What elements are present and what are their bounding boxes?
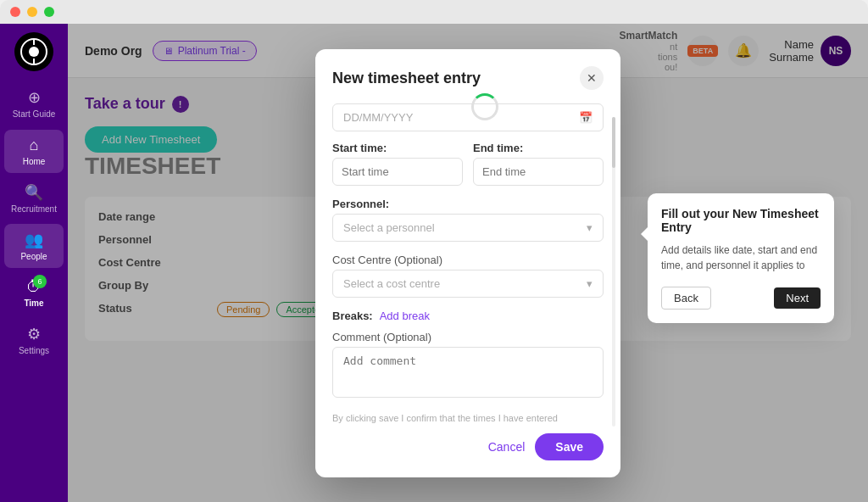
- breaks-row: Breaks: Add break: [332, 310, 604, 322]
- time-badge-count: 6: [33, 275, 47, 288]
- time-row: Start time: document.querySelector('[dat…: [332, 142, 604, 186]
- new-timesheet-modal: New timesheet entry ✕ DD/MM/YYYY 📅 Start…: [315, 49, 620, 477]
- people-icon: 👥: [25, 231, 43, 249]
- tooltip-card: Fill out your New Timesheet Entry Add de…: [648, 193, 834, 323]
- maximize-traffic-light[interactable]: [44, 7, 54, 17]
- tooltip-body: Add details like date, start and end tim…: [661, 243, 821, 273]
- progress-indicator: [471, 93, 498, 120]
- breaks-label: Breaks:: [332, 310, 373, 322]
- start-time-label: Start time:: [332, 142, 463, 154]
- tooltip-footer: Back Next: [661, 287, 821, 310]
- home-icon: ⌂: [30, 137, 39, 154]
- sidebar-item-start-guide[interactable]: ⊕ Start Guide: [4, 81, 64, 126]
- date-input-row: DD/MM/YYYY 📅: [332, 103, 604, 131]
- minimize-traffic-light[interactable]: [27, 7, 37, 17]
- sidebar: ⊕ Start Guide ⌂ Home 🔍 Recruitment 👥 Peo…: [0, 24, 68, 502]
- sidebar-item-people[interactable]: 👥 People: [4, 224, 64, 268]
- cancel-button[interactable]: Cancel: [488, 440, 526, 454]
- time-badge-container: ⏱ 6: [26, 278, 42, 296]
- save-button[interactable]: Save: [535, 433, 604, 460]
- cost-centre-label: Cost Centre (Optional): [332, 254, 604, 266]
- modal-header: New timesheet entry ✕: [332, 66, 604, 90]
- cost-centre-select[interactable]: Select a cost centre ▾: [332, 270, 604, 298]
- svg-point-1: [29, 47, 39, 57]
- modal-scroll-track: [612, 117, 615, 427]
- sidebar-logo: [14, 32, 53, 71]
- app-container: ⊕ Start Guide ⌂ Home 🔍 Recruitment 👥 Peo…: [0, 24, 868, 502]
- tooltip-next-button[interactable]: Next: [774, 287, 821, 309]
- start-guide-icon: ⊕: [28, 88, 41, 107]
- tooltip-arrow: [641, 227, 648, 241]
- sidebar-item-settings[interactable]: ⚙ Settings: [4, 318, 64, 362]
- main-content: Demo Org 🖥 Platinum Trial - SmartMatch n…: [68, 24, 868, 502]
- sidebar-item-time[interactable]: ⏱ 6 Time: [4, 271, 64, 315]
- add-break-link[interactable]: Add break: [380, 310, 430, 322]
- end-time-input[interactable]: [473, 158, 604, 186]
- modal-title: New timesheet entry: [332, 70, 481, 87]
- close-traffic-light[interactable]: [10, 7, 20, 17]
- personnel-select[interactable]: Select a personnel ▾: [332, 214, 604, 242]
- tooltip-title: Fill out your New Timesheet Entry: [661, 207, 821, 234]
- cost-centre-section: Cost Centre (Optional) Select a cost cen…: [332, 254, 604, 298]
- modal-footer: Cancel Save: [332, 433, 604, 460]
- sidebar-item-recruitment[interactable]: 🔍 Recruitment: [4, 176, 64, 220]
- end-time-label: End time:: [473, 142, 604, 154]
- comment-section: Comment (Optional): [332, 331, 604, 401]
- start-time-input[interactable]: [332, 158, 463, 186]
- comment-label: Comment (Optional): [332, 331, 604, 343]
- personnel-label: Personnel:: [332, 198, 604, 210]
- date-input[interactable]: DD/MM/YYYY 📅: [332, 103, 604, 131]
- sidebar-item-home[interactable]: ⌂ Home: [4, 130, 64, 173]
- recruitment-icon: 🔍: [25, 183, 43, 202]
- end-time-group: End time: document.querySelector('[data-…: [473, 142, 604, 186]
- modal-close-button[interactable]: ✕: [580, 66, 604, 90]
- settings-icon: ⚙: [27, 325, 41, 343]
- comment-textarea[interactable]: [332, 347, 604, 398]
- disclaimer-text: By clicking save I confirm that the time…: [332, 413, 604, 423]
- modal-scroll-thumb[interactable]: [612, 117, 615, 168]
- start-time-group: Start time: document.querySelector('[dat…: [332, 142, 463, 186]
- tooltip-back-button[interactable]: Back: [661, 287, 711, 310]
- personnel-section: Personnel: Select a personnel ▾: [332, 198, 604, 242]
- window-chrome: [0, 0, 868, 24]
